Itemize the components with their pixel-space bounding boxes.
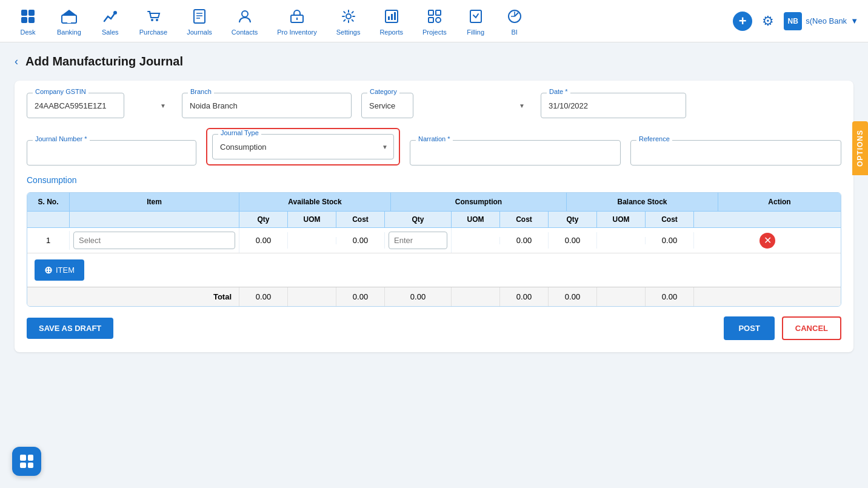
nav-item-journals[interactable]: Journals <box>178 2 221 41</box>
date-group: Date * <box>541 93 686 118</box>
nav-label-bi: BI <box>512 28 518 36</box>
branch-input[interactable] <box>182 93 352 118</box>
item-select-input[interactable] <box>73 232 235 249</box>
options-label: OPTIONS <box>856 130 864 167</box>
gear-icon[interactable]: ⚙ <box>762 13 774 29</box>
journal-number-input[interactable] <box>27 140 196 165</box>
banking-icon <box>59 7 79 26</box>
sub-cons-uom: UOM <box>452 212 500 227</box>
journal-type-select[interactable]: Consumption <box>212 134 394 159</box>
nav-label-desk: Desk <box>20 28 35 36</box>
journal-number-group: Journal Number * <box>27 140 196 165</box>
pro-inventory-icon <box>287 7 307 26</box>
add-item-button[interactable]: ⊕ ITEM <box>35 259 84 281</box>
add-button[interactable]: + <box>733 12 752 31</box>
sub-bal-cost: Cost <box>646 212 694 227</box>
add-item-row: ⊕ ITEM <box>27 253 841 287</box>
category-select[interactable]: Service <box>361 93 413 118</box>
nav-label-settings: Settings <box>336 28 361 36</box>
svg-rect-1 <box>28 10 35 16</box>
sub-cons-cost: Cost <box>500 212 549 227</box>
row-avail-cost: 0.00 <box>336 232 385 249</box>
total-cons-qty: 0.00 <box>385 287 452 306</box>
row-sno: 1 <box>27 231 70 250</box>
nav-item-bi[interactable]: BI <box>496 2 533 41</box>
back-button[interactable]: ‹ <box>15 55 18 68</box>
nav-item-sales[interactable]: Sales <box>92 2 129 41</box>
col-item: Item <box>70 193 239 211</box>
save-draft-button[interactable]: SAVE AS DRAFT <box>27 318 113 339</box>
row-cons-uom <box>452 237 500 244</box>
total-row: Total 0.00 0.00 0.00 0.00 0.00 0.00 <box>27 287 841 306</box>
app-launcher-button[interactable] <box>12 447 41 476</box>
table-group-header: S. No. Item Available Stock Consumption … <box>27 193 841 212</box>
table-row: 1 0.00 0.00 0.00 0.00 0.00 ✕ <box>27 228 841 253</box>
nav-item-pro-inventory[interactable]: Pro Inventory <box>269 2 325 41</box>
date-label: Date * <box>547 88 570 95</box>
row-bal-cost: 0.00 <box>646 232 694 249</box>
svg-point-7 <box>113 11 117 15</box>
sub-avail-qty: Qty <box>239 212 288 227</box>
user-avatar: NB <box>784 12 802 30</box>
nav-item-purchase[interactable]: Purchase <box>131 2 176 41</box>
consumption-link[interactable]: Consumption <box>27 175 77 185</box>
nav-label-projects: Projects <box>422 28 447 36</box>
page-title: Add Manufacturing Journal <box>25 55 183 69</box>
contacts-icon <box>235 7 255 26</box>
company-gstin-group: Company GSTIN 24AABCA5951E1Z1 <box>27 93 172 118</box>
sub-bal-qty: Qty <box>549 212 597 227</box>
svg-rect-21 <box>394 12 396 20</box>
nav-items: Desk Banking Sales Purchase Journals <box>10 2 733 41</box>
col-consumption: Consumption <box>391 193 567 211</box>
projects-icon <box>425 7 444 26</box>
nav-right: + ⚙ NB s(Neo Bank ▼ <box>733 12 858 31</box>
page-header: ‹ Add Manufacturing Journal <box>15 55 853 69</box>
top-navigation: Desk Banking Sales Purchase Journals <box>0 0 868 42</box>
nav-item-reports[interactable]: Reports <box>371 2 412 41</box>
nav-item-projects[interactable]: Projects <box>414 2 455 41</box>
reports-icon <box>382 7 401 26</box>
cons-qty-input[interactable] <box>389 232 447 249</box>
nav-item-settings[interactable]: Settings <box>328 2 369 41</box>
row-cons-qty <box>385 228 452 253</box>
nav-item-desk[interactable]: Desk <box>10 2 46 41</box>
col-available-stock: Available Stock <box>239 193 391 211</box>
nav-label-journals: Journals <box>187 28 212 36</box>
svg-rect-20 <box>391 14 393 20</box>
row-avail-uom <box>288 237 336 244</box>
options-tab[interactable]: OPTIONS <box>852 121 868 175</box>
nav-item-filling[interactable]: Filling <box>458 2 494 41</box>
journals-icon <box>190 7 209 26</box>
consumption-table: S. No. Item Available Stock Consumption … <box>27 192 841 307</box>
total-avail-qty: 0.00 <box>239 287 288 306</box>
table-sub-header: Qty UOM Cost Qty UOM Cost Qty UOM Cost <box>27 212 841 228</box>
row-bal-qty: 0.00 <box>549 232 597 249</box>
nav-item-banking[interactable]: Banking <box>48 2 90 41</box>
nav-label-contacts: Contacts <box>232 28 258 36</box>
post-button[interactable]: POST <box>724 316 774 340</box>
right-buttons: POST CANCEL <box>724 316 841 340</box>
svg-rect-22 <box>429 10 433 15</box>
reference-input[interactable] <box>630 140 841 165</box>
cancel-button[interactable]: CANCEL <box>782 316 841 340</box>
svg-point-25 <box>436 18 441 22</box>
row-item <box>70 228 239 253</box>
narration-label: Narration * <box>416 135 453 142</box>
journal-type-group: Journal Type Consumption <box>212 134 394 159</box>
delete-row-button[interactable]: ✕ <box>760 233 775 249</box>
row-cons-cost: 0.00 <box>500 232 549 249</box>
purchase-icon <box>144 7 163 26</box>
user-menu[interactable]: NB s(Neo Bank ▼ <box>784 12 858 30</box>
journal-number-label: Journal Number * <box>33 135 90 142</box>
date-input[interactable] <box>541 93 686 118</box>
company-gstin-select[interactable]: 24AABCA5951E1Z1 <box>27 93 124 118</box>
svg-rect-19 <box>388 16 390 20</box>
nav-item-contacts[interactable]: Contacts <box>223 2 266 41</box>
bottom-actions: SAVE AS DRAFT POST CANCEL <box>27 316 841 340</box>
filling-icon <box>466 7 486 26</box>
svg-rect-3 <box>28 17 35 23</box>
form-row-1: Company GSTIN 24AABCA5951E1Z1 Branch Cat… <box>27 93 841 118</box>
total-bal-qty: 0.00 <box>549 287 597 306</box>
narration-input[interactable] <box>410 140 621 165</box>
nav-label-banking: Banking <box>57 28 81 36</box>
